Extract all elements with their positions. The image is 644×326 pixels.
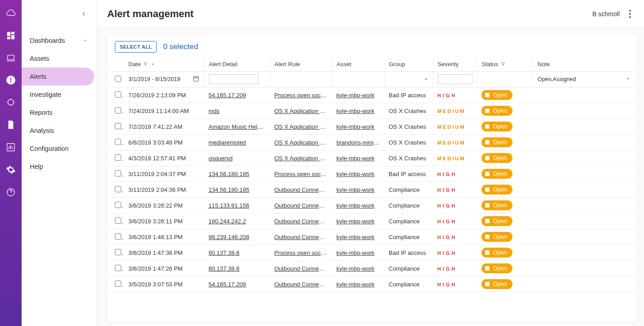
chart-icon[interactable] [6,142,16,152]
row-checkbox[interactable] [115,233,121,240]
alert-rule-link[interactable]: Outbound Connection [274,265,331,272]
alert-detail-link[interactable]: 80.137.38.6 [209,265,240,272]
asset-link[interactable]: kyle-mbp-work [336,108,375,114]
col-header-detail[interactable]: Alert Detail [204,57,270,72]
cloud-icon[interactable] [6,8,16,18]
status-pill[interactable]: Open [481,185,512,195]
status-pill[interactable]: Open [481,279,512,289]
row-checkbox[interactable] [115,170,121,177]
dashboard-icon[interactable] [6,31,16,41]
file-icon[interactable] [6,120,16,130]
alert-rule-link[interactable]: Process open sockets [274,249,331,256]
asset-link[interactable]: kyle-mbp-work [336,123,375,130]
status-pill[interactable]: Open [481,263,512,273]
alert-detail-link[interactable]: 80.137.38.6 [209,249,240,256]
alert-rule-link[interactable]: Outbound Connection [274,234,331,240]
kebab-menu-button[interactable] [626,10,634,18]
sidebar-item-help[interactable]: Help [22,158,97,176]
sidebar-item-assets[interactable]: Assets [22,50,97,68]
alert-detail-link[interactable]: 98.239.146.208 [209,234,249,240]
status-pill[interactable]: Open [481,200,512,210]
laptop-icon[interactable] [6,53,16,63]
status-filter-dropdown[interactable]: Open,Assigned [538,76,630,82]
status-pill[interactable]: Open [481,216,512,226]
alert-rule-link[interactable]: Outbound Connection [274,186,331,193]
row-checkbox[interactable] [115,265,121,271]
sidebar-item-dashboards[interactable]: Dashboards [22,32,97,50]
sidebar-item-configuration[interactable]: Configuration [22,140,97,158]
alert-detail-link[interactable]: 115.133.91.156 [209,202,249,209]
select-all-checkbox[interactable] [115,76,121,82]
select-all-button[interactable]: SELECT ALL [115,41,157,53]
asset-link[interactable]: kyle-mbp-work [336,171,375,177]
status-pill[interactable]: Open [481,90,512,100]
col-header-rule[interactable]: Alert Rule [270,57,332,72]
alert-rule-link[interactable]: Process open sockets [274,92,331,99]
alert-rule-link[interactable]: Outbound Connection [274,281,331,288]
group-filter-dropdown[interactable] [424,76,428,83]
alert-detail-link[interactable]: Amazon Music Helper [209,123,266,130]
asset-link[interactable]: kyle-mbp-work [336,234,375,240]
alert-detail-link[interactable]: osqueryd [209,155,232,162]
row-checkbox[interactable] [115,107,121,113]
asset-link[interactable]: kyle-mbp-work [336,155,375,162]
severity-filter-input[interactable] [438,74,472,84]
col-header-note[interactable]: Note [533,57,635,72]
sidebar-item-reports[interactable]: Reports [22,104,97,122]
asset-link[interactable]: kyle-mbp-work [336,218,375,225]
alert-rule-link[interactable]: Outbound Connection [274,218,331,225]
col-header-group[interactable]: Group [384,57,433,72]
row-checkbox[interactable] [115,186,121,192]
asset-link[interactable]: kyle-mbp-work [336,92,375,99]
asset-link[interactable]: kyle-mbp-work [336,265,375,272]
alert-rule-link[interactable]: Process open sockets [274,171,331,177]
detail-filter-input[interactable] [209,74,259,84]
row-checkbox[interactable] [115,249,121,255]
alert-detail-link[interactable]: 54.165.17.209 [209,281,246,288]
alert-rule-link[interactable]: Outbound Connection [274,202,331,209]
row-checkbox[interactable] [115,281,121,287]
row-checkbox[interactable] [115,217,121,224]
date-range-filter[interactable]: 3/1/2019 - 8/15/2019 [128,75,200,84]
col-header-asset[interactable]: Asset [332,57,384,72]
sidebar-item-analysis[interactable]: Analysis [22,122,97,140]
alert-rule-link[interactable]: OS X Application and [274,123,330,130]
alert-rule-link[interactable]: OS X Application and [274,108,330,114]
asset-link[interactable]: kyle-mbp-work [336,186,375,193]
alert-rule-link[interactable]: OS X Application and [274,139,330,146]
alert-detail-link[interactable]: 54.165.17.209 [209,92,246,99]
row-checkbox[interactable] [115,202,121,208]
asset-link[interactable]: kyle-mbp-work [336,249,375,256]
col-header-severity[interactable]: Severity [433,57,477,72]
status-pill[interactable]: Open [481,137,512,147]
alert-detail-link[interactable]: 134.56.180.195 [209,171,249,177]
row-checkbox[interactable] [115,91,121,98]
collapse-sidebar-button[interactable] [81,11,89,19]
alert-detail-link[interactable]: 134.56.180.195 [209,186,249,193]
alert-detail-link[interactable]: mds [209,108,220,114]
status-pill[interactable]: Open [481,122,512,131]
alert-detail-link[interactable]: 180.244.242.2 [209,218,246,225]
target-icon[interactable] [6,97,16,107]
alert-detail-link[interactable]: mediaremoted [209,139,246,146]
asset-link[interactable]: kyle-mbp-work [336,202,375,209]
row-checkbox[interactable] [115,139,121,145]
alert-rule-link[interactable]: OS X Application and [274,155,330,162]
status-pill[interactable]: Open [481,106,512,116]
sidebar-item-alerts[interactable]: Alerts [22,68,94,86]
asset-link[interactable]: brandons-mini.fios [336,139,384,146]
status-pill[interactable]: Open [481,153,512,163]
row-checkbox[interactable] [115,123,121,129]
col-header-date[interactable]: Date [124,57,204,72]
user-name[interactable]: B schmoll [592,10,620,18]
help-icon[interactable] [6,187,16,197]
alert-icon[interactable]: ! [6,76,15,85]
row-checkbox[interactable] [115,154,121,161]
sidebar-item-investigate[interactable]: Investigate [22,86,97,104]
status-pill[interactable]: Open [481,248,512,258]
col-header-status[interactable]: Status [477,57,533,72]
asset-link[interactable]: kyle-mbp-work [336,281,375,288]
gear-icon[interactable] [6,165,16,175]
status-pill[interactable]: Open [481,169,512,179]
status-pill[interactable]: Open [481,232,512,242]
